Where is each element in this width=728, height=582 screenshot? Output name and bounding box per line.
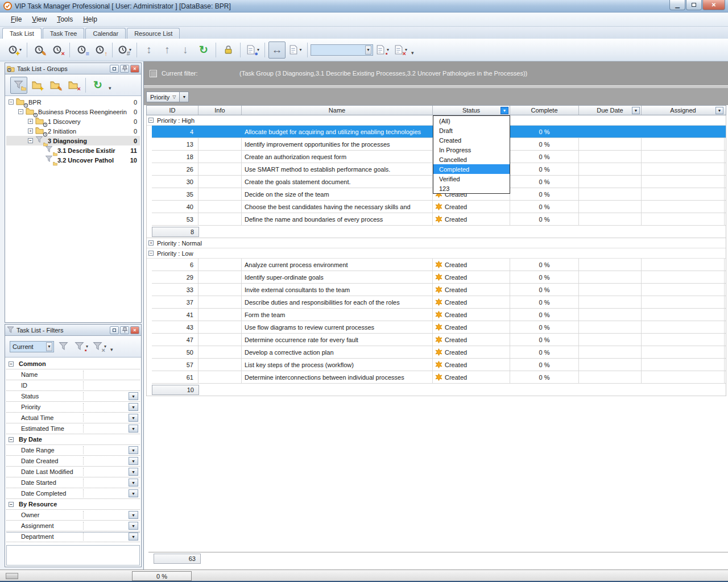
menu-view[interactable]: View bbox=[27, 14, 52, 25]
section-collapse-icon[interactable]: − bbox=[9, 361, 14, 367]
status-filter-option[interactable]: Completed bbox=[433, 164, 510, 174]
task-row[interactable]: 33Invite external consultants to the tea… bbox=[152, 284, 726, 296]
edit-group-button[interactable]: ✎ bbox=[47, 77, 64, 94]
status-filter-option[interactable]: Cancelled bbox=[433, 155, 510, 164]
tree-item[interactable]: −3 Diagnosing0 bbox=[6, 136, 140, 146]
minimize-button[interactable]: ▁ bbox=[669, 0, 685, 10]
tab-task-tree[interactable]: Task Tree bbox=[43, 28, 85, 39]
filter-dropdown-icon[interactable]: ▼ bbox=[129, 403, 138, 411]
restore-button[interactable] bbox=[686, 0, 702, 10]
panel-restore-icon[interactable] bbox=[110, 326, 119, 334]
tree-item[interactable]: +2 Initiation0 bbox=[6, 126, 140, 136]
section-collapse-icon[interactable]: − bbox=[9, 502, 14, 507]
status-filter-option[interactable]: Verified bbox=[433, 174, 510, 184]
task-priority-button[interactable]: ↑ bbox=[92, 41, 109, 59]
task-row[interactable]: 6Analyze current process environmentCrea… bbox=[152, 259, 726, 271]
task-row[interactable]: 41Form the teamCreated0 % bbox=[152, 309, 726, 321]
status-filter-option[interactable]: In Progress bbox=[433, 145, 510, 155]
tree-item[interactable]: −Business Process Reengineerin0 bbox=[6, 107, 140, 117]
task-row[interactable]: 43Use flow diagrams to review current pr… bbox=[152, 321, 726, 334]
column-header-info[interactable]: Info bbox=[198, 106, 242, 115]
group-by-dropdown-icon[interactable]: ▼ bbox=[180, 92, 189, 102]
filter-dropdown-icon[interactable]: ▼ bbox=[129, 446, 138, 454]
column-header-status[interactable]: Status▼ bbox=[433, 106, 510, 115]
delete-view-button[interactable]: ×▾ bbox=[392, 41, 409, 59]
group-expander-minus[interactable]: − bbox=[148, 118, 154, 123]
save-filter-button[interactable]: ▪▾ bbox=[73, 338, 90, 355]
priority-group-header[interactable]: −Priority : Low bbox=[147, 248, 726, 259]
task-row[interactable]: 50Develop a corrective action planCreate… bbox=[152, 346, 726, 359]
tree-item[interactable]: 3.1 Describe Existir11 bbox=[6, 146, 140, 155]
menu-file[interactable]: File bbox=[6, 14, 27, 25]
filter-dropdown-icon[interactable]: ▼ bbox=[129, 414, 138, 422]
priority-group-header[interactable]: +Priority : Normal bbox=[147, 238, 726, 248]
filter-by-group-button[interactable] bbox=[10, 77, 27, 94]
tree-expander-plus[interactable]: + bbox=[28, 128, 33, 134]
group-expander-minus[interactable]: − bbox=[148, 251, 154, 256]
group-by-chip[interactable]: Priority▽ ▼ bbox=[146, 92, 189, 102]
filter-dropdown-icon[interactable]: ▼ bbox=[129, 392, 138, 400]
panel-pin-icon[interactable] bbox=[120, 65, 129, 73]
task-row[interactable]: 37Describe duties and responsibilities f… bbox=[152, 296, 726, 309]
move-up-button[interactable]: ↑ bbox=[159, 41, 176, 59]
view-combobox[interactable]: ▼ bbox=[311, 44, 373, 56]
toolbar-overflow-icon[interactable]: ▾ bbox=[411, 50, 414, 56]
tab-calendar[interactable]: Calendar bbox=[85, 28, 126, 39]
task-row[interactable]: 29Identify super-ordinate goalsCreated0 … bbox=[152, 271, 726, 284]
tree-expander-minus[interactable]: − bbox=[28, 138, 33, 143]
status-filter-option[interactable]: (All) bbox=[433, 116, 510, 126]
filter-preset-combobox[interactable]: Current▼ bbox=[10, 341, 54, 352]
column-filter-dropdown-icon[interactable]: ▼ bbox=[632, 107, 640, 114]
close-button[interactable]: ✕ bbox=[702, 0, 725, 10]
status-filter-option[interactable]: Draft bbox=[433, 126, 510, 135]
filter-dropdown-icon[interactable]: ▼ bbox=[129, 522, 138, 530]
move-updown-button[interactable]: ↕ bbox=[140, 41, 158, 59]
toolbar-overflow-icon[interactable]: ▾ bbox=[109, 85, 111, 91]
task-hierarchy-button[interactable]: #▾ bbox=[116, 41, 133, 59]
column-header-assigned[interactable]: Assigned▼ bbox=[642, 106, 725, 115]
column-header-due-date[interactable]: Due Date▼ bbox=[579, 106, 642, 115]
current-filter-checkbox[interactable] bbox=[150, 70, 157, 77]
new-task-button[interactable]: ✦▾ bbox=[6, 41, 23, 59]
tree-item[interactable]: +1 Discovery0 bbox=[6, 117, 140, 126]
panel-restore-icon[interactable] bbox=[110, 65, 119, 73]
refresh-groups-button[interactable]: ↻ bbox=[89, 77, 106, 94]
save-view-button[interactable]: ▪▾ bbox=[374, 41, 391, 59]
apply-filter-button[interactable] bbox=[55, 338, 72, 355]
column-header-complete[interactable]: Complete bbox=[510, 106, 579, 115]
status-filter-option[interactable]: 123 bbox=[433, 184, 510, 193]
combo-dropdown-icon[interactable]: ▼ bbox=[365, 45, 371, 55]
report-button[interactable]: ▾ bbox=[287, 41, 304, 59]
task-notes-button[interactable]: ≡ bbox=[73, 41, 90, 59]
tab-task-list[interactable]: Task List bbox=[2, 28, 42, 39]
tab-resource-list[interactable]: Resource List bbox=[127, 28, 180, 39]
tree-item[interactable]: −BPR0 bbox=[6, 97, 140, 107]
filter-dropdown-icon[interactable]: ▼ bbox=[129, 468, 138, 476]
status-filter-option[interactable]: Created bbox=[433, 135, 510, 145]
task-row[interactable]: 40Choose the best candidates having the … bbox=[152, 201, 726, 213]
filter-dropdown-icon[interactable]: ▼ bbox=[129, 479, 138, 487]
refresh-button[interactable]: ↻ bbox=[195, 41, 212, 59]
combo-dropdown-icon[interactable]: ▼ bbox=[46, 342, 52, 351]
permissions-button[interactable] bbox=[220, 41, 237, 59]
task-row[interactable]: 61Determine interconnections between ind… bbox=[152, 371, 726, 384]
edit-task-button[interactable]: ✎ bbox=[31, 41, 48, 59]
task-row[interactable]: 57List key steps of the process (workflo… bbox=[152, 359, 726, 371]
task-row[interactable]: 47Determine occurrence rate for every fa… bbox=[152, 334, 726, 346]
new-group-button[interactable]: ✦ bbox=[28, 77, 46, 94]
move-down-button[interactable]: ↓ bbox=[177, 41, 194, 59]
panel-close-icon[interactable]: × bbox=[130, 65, 139, 73]
filter-dropdown-icon[interactable]: ▼ bbox=[129, 533, 138, 541]
task-row[interactable]: 53Define the name and boundaries of ever… bbox=[152, 213, 726, 226]
column-filter-dropdown-icon[interactable]: ▼ bbox=[715, 107, 723, 114]
column-filter-dropdown-icon[interactable]: ▼ bbox=[500, 107, 508, 114]
fit-columns-button[interactable]: ↔ bbox=[268, 41, 286, 59]
filter-dropdown-icon[interactable]: ▼ bbox=[129, 489, 138, 497]
toolbar-overflow-icon[interactable]: ▾ bbox=[110, 347, 113, 352]
filter-dropdown-icon[interactable]: ▼ bbox=[129, 425, 138, 433]
panel-pin-icon[interactable] bbox=[120, 326, 129, 334]
tree-expander-minus[interactable]: − bbox=[18, 109, 23, 114]
filter-dropdown-icon[interactable]: ▼ bbox=[129, 457, 138, 465]
delete-task-button[interactable]: × bbox=[49, 41, 66, 59]
tree-item[interactable]: 3.2 Uncover Pathol10 bbox=[6, 155, 140, 165]
